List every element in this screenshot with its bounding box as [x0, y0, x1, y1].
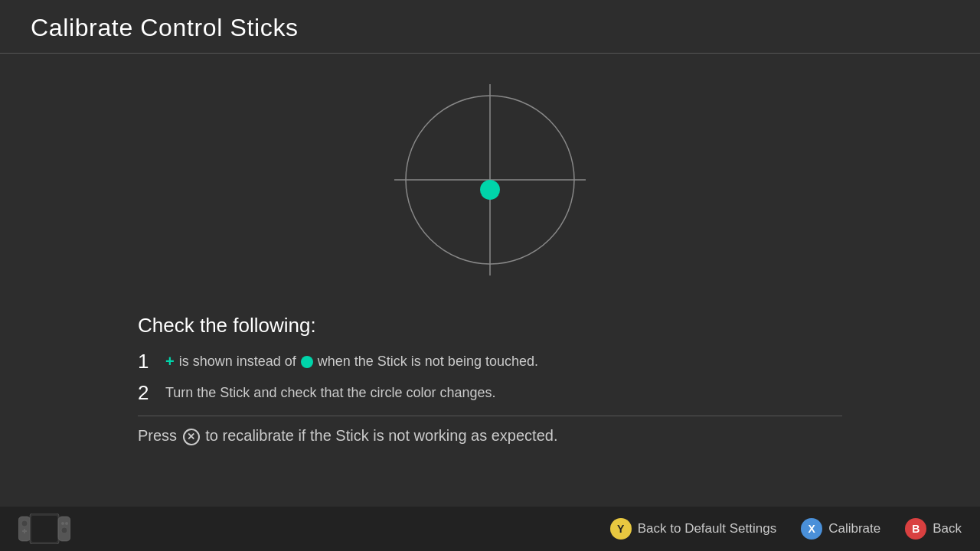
- instruction-item-2: 2 Turn the Stick and check that the circ…: [138, 381, 842, 405]
- y-button-icon: Y: [610, 518, 632, 540]
- header: Calibrate Control Sticks: [0, 0, 980, 53]
- svg-rect-10: [24, 529, 25, 533]
- instruction-text-1: + is shown instead of when the Stick is …: [165, 353, 538, 370]
- dot-icon: [301, 356, 313, 368]
- x-button-icon: X: [801, 518, 822, 540]
- back-to-default-label: Back to Default Settings: [638, 521, 776, 536]
- instruction-text-2-content: Turn the Stick and check that the circle…: [165, 385, 496, 401]
- calibrate-label: Calibrate: [828, 521, 880, 536]
- press-text-after: to recalibrate if the Stick is not worki…: [205, 427, 557, 444]
- svg-point-11: [61, 527, 67, 533]
- press-instruction: Press ✕ to recalibrate if the Stick is n…: [138, 427, 842, 445]
- svg-rect-6: [31, 516, 57, 542]
- switch-console-icon: [18, 514, 70, 544]
- instructions-section: Check the following: 1 + is shown instea…: [107, 314, 873, 445]
- back-label: Back: [933, 521, 962, 536]
- bottom-bar: Y Back to Default Settings X Calibrate B…: [0, 507, 980, 551]
- back-to-default-action[interactable]: Y Back to Default Settings: [610, 518, 776, 540]
- instruction-number-1: 1: [138, 350, 165, 373]
- calibration-diagram: [379, 69, 601, 291]
- svg-point-3: [480, 180, 500, 200]
- page-title: Calibrate Control Sticks: [31, 14, 949, 42]
- svg-point-12: [61, 522, 64, 525]
- main-content: Check the following: 1 + is shown instea…: [0, 54, 980, 445]
- x-button-inline-icon: ✕: [183, 429, 200, 445]
- instruction-text-2: Turn the Stick and check that the circle…: [165, 385, 496, 401]
- instructions-divider: [138, 416, 842, 416]
- calibration-svg: [379, 69, 601, 291]
- calibrate-action[interactable]: X Calibrate: [801, 518, 880, 540]
- back-action[interactable]: B Back: [905, 518, 962, 540]
- instruction-before-text-1: is shown instead of: [179, 354, 296, 370]
- svg-point-13: [65, 522, 68, 525]
- instruction-after-text-1: when the Stick is not being touched.: [318, 354, 538, 370]
- bottom-actions: Y Back to Default Settings X Calibrate B…: [610, 518, 962, 540]
- plus-icon: +: [165, 353, 175, 370]
- instruction-number-2: 2: [138, 381, 165, 405]
- instruction-item-1: 1 + is shown instead of when the Stick i…: [138, 350, 842, 373]
- svg-point-8: [21, 520, 28, 527]
- check-heading: Check the following:: [138, 314, 842, 337]
- press-text-before: Press: [138, 427, 177, 444]
- b-button-icon: B: [905, 518, 926, 540]
